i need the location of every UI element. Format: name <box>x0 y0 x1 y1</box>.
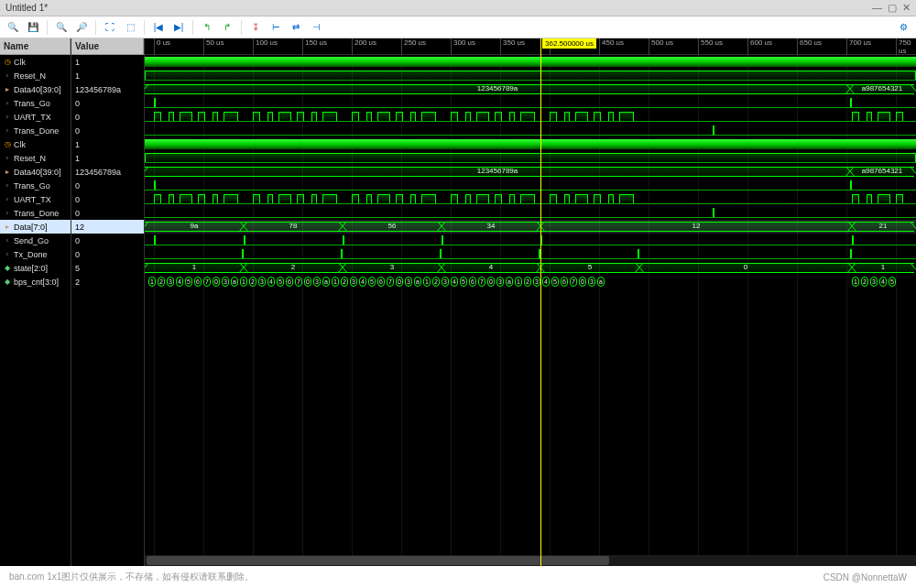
cnt-value: 5 <box>277 277 284 287</box>
zoom-sel-icon[interactable]: ⬚ <box>121 18 139 37</box>
bus-value: 5 <box>588 263 592 271</box>
signal-value: 1 <box>71 151 144 165</box>
clk-icon: ◷ <box>3 58 12 67</box>
cursor-line[interactable] <box>540 38 541 566</box>
prev-marker-icon[interactable]: ⊢ <box>267 18 285 37</box>
settings-icon[interactable]: ⚙ <box>894 18 912 37</box>
toolbar: 🔍 💾 🔍 🔎 ⛶ ⬚ |◀ ▶| ↰ ↱ ↧ ⊢ ⇄ ⊣ ⚙ <box>0 16 916 38</box>
cnt-value: 7 <box>478 277 485 287</box>
add-marker-icon[interactable]: ↧ <box>246 18 265 37</box>
signal-name-data70[interactable]: ▸Data[7:0] <box>0 220 71 234</box>
bus-value: 21 <box>879 222 888 230</box>
ruler-tick: 600 us <box>747 38 772 55</box>
signal-name-resetn[interactable]: ▫Reset_N <box>0 69 71 82</box>
signal-name-bpscnt30[interactable]: ◆bps_cnt[3:0] <box>0 275 71 289</box>
zoom-out-icon[interactable]: 🔎 <box>72 18 91 37</box>
cnt-value: a <box>597 277 605 287</box>
h-scrollbar[interactable] <box>145 555 916 566</box>
wave-row[interactable] <box>145 151 916 165</box>
signal-name-data40390[interactable]: ▸Data40[39:0] <box>0 82 71 96</box>
signal-name-data40390[interactable]: ▸Data40[39:0] <box>0 165 71 179</box>
wave-row[interactable] <box>145 124 916 137</box>
wave-row[interactable] <box>145 179 916 192</box>
bus-value: 12 <box>692 222 701 230</box>
wave-row[interactable] <box>145 69 916 82</box>
wave-row[interactable] <box>145 234 916 247</box>
signal-name-sendgo[interactable]: ▫Send_Go <box>0 234 71 247</box>
values-header: Value <box>71 38 144 55</box>
signal-value: 12 <box>71 220 144 234</box>
wave-row[interactable] <box>145 110 916 124</box>
state-icon: ◆ <box>3 264 12 273</box>
ruler-tick: 700 us <box>846 38 871 55</box>
signal-name-transgo[interactable]: ▫Trans_Go <box>0 96 71 110</box>
signal-name-state20[interactable]: ◆state[2:0] <box>0 261 71 275</box>
wave-row[interactable]: 123456789aa987654321 <box>145 82 916 96</box>
wave-row[interactable]: 9a7856341221 <box>145 220 916 234</box>
ruler-tick: 200 us <box>352 38 376 55</box>
wave-row[interactable] <box>145 192 916 206</box>
signal-name-txdone[interactable]: ▫Tx_Done <box>0 247 71 261</box>
bus-value: 0 <box>744 263 747 271</box>
signal-value: 0 <box>71 110 144 124</box>
signal-name-clk[interactable]: ◷Clk <box>0 55 71 69</box>
wave-row[interactable] <box>145 137 916 151</box>
waveform-panel[interactable]: 0 us50 us100 us150 us200 us250 us300 us3… <box>145 38 916 566</box>
signal-name-uarttx[interactable]: ▫UART_TX <box>0 110 71 124</box>
swap-marker-icon[interactable]: ⇄ <box>287 18 305 37</box>
close-btn[interactable]: ✕ <box>902 2 911 14</box>
zoom-fit-icon[interactable]: ⛶ <box>101 18 119 37</box>
zoom-in-icon[interactable]: 🔍 <box>52 18 71 37</box>
wave-row[interactable] <box>145 206 916 220</box>
bus-value: 56 <box>388 222 397 230</box>
wave-row[interactable] <box>145 55 916 69</box>
signal-name-uarttx[interactable]: ▫UART_TX <box>0 192 71 206</box>
names-panel: Name ◷Clk▫Reset_N▸Data40[39:0]▫Trans_Go▫… <box>0 38 71 566</box>
go-start-icon[interactable]: |◀ <box>149 18 168 37</box>
cnt-value: 2 <box>249 277 256 287</box>
prev-edge-icon[interactable]: ↰ <box>198 18 216 37</box>
cnt-value: 6 <box>561 277 568 287</box>
signal-value: 1 <box>71 69 144 82</box>
wave-row[interactable] <box>145 96 916 110</box>
wave-row[interactable]: 123456789aa987654321 <box>145 165 916 179</box>
wave-row[interactable]: 123456703a123456703a123456703a123456703a… <box>145 275 916 289</box>
signal-name-transgo[interactable]: ▫Trans_Go <box>0 179 71 192</box>
cnt-value: 5 <box>368 277 376 287</box>
cnt-value: 2 <box>524 277 531 287</box>
signal-value: 1 <box>71 137 144 151</box>
ruler-tick: 150 us <box>302 38 327 55</box>
bus-value: 9a <box>191 222 199 230</box>
bit-icon: ▫ <box>3 181 12 191</box>
cnt-value: 3 <box>222 277 229 287</box>
cnt-value: 5 <box>460 277 467 287</box>
signal-name-transdone[interactable]: ▫Trans_Done <box>0 206 71 220</box>
bit-icon: ▫ <box>3 71 12 81</box>
bus-icon: ▸ <box>3 168 12 177</box>
cnt-value: 0 <box>213 277 220 287</box>
signal-name-resetn[interactable]: ▫Reset_N <box>0 151 71 165</box>
next-edge-icon[interactable]: ↱ <box>218 18 236 37</box>
minimize-btn[interactable]: — <box>872 2 882 14</box>
time-ruler[interactable]: 0 us50 us100 us150 us200 us250 us300 us3… <box>145 38 916 55</box>
signal-name-transdone[interactable]: ▫Trans_Done <box>0 124 71 137</box>
wave-row[interactable]: 1234501 <box>145 261 916 275</box>
cnt-value: 2 <box>158 277 165 287</box>
search-icon[interactable]: 🔍 <box>4 18 22 37</box>
maximize-btn[interactable]: ▢ <box>888 2 897 14</box>
next-marker-icon[interactable]: ⊣ <box>307 18 325 37</box>
cursor-label: 362.500000 us <box>542 38 596 49</box>
cnt-value: 7 <box>570 277 577 287</box>
signal-value: 0 <box>71 179 144 192</box>
save-icon[interactable]: 💾 <box>24 18 42 37</box>
cnt-value: 7 <box>387 277 394 287</box>
go-end-icon[interactable]: ▶| <box>169 18 188 37</box>
names-header: Name <box>0 38 71 55</box>
signal-name-clk[interactable]: ◷Clk <box>0 137 71 151</box>
footer-left: ban.com 1x1图片仅供展示，不存储，如有侵权请联系删除。 <box>9 571 254 583</box>
wave-row[interactable] <box>145 247 916 261</box>
ruler-tick: 650 us <box>797 38 822 55</box>
cnt-value: 1 <box>332 277 339 287</box>
cnt-value: a <box>506 277 513 287</box>
ruler-tick: 250 us <box>401 38 426 55</box>
